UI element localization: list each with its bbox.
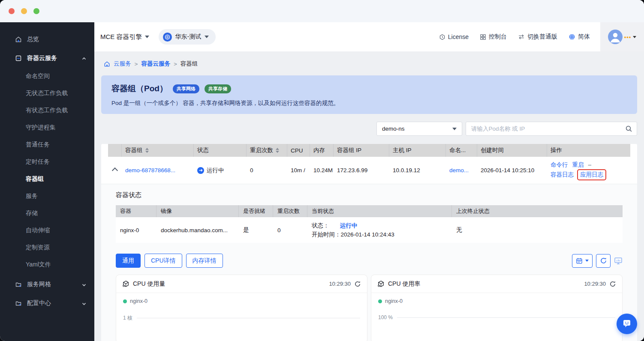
cpu-usage-chart-card: CPU 使用量 10:29:30 nginx-0 <box>116 275 367 341</box>
pod-table-card: 容器组 状态 重启次数 CPU 内存 容器组 IP 主机 IP 命名... 创建… <box>101 144 637 341</box>
resource-cube-icon <box>377 280 385 287</box>
page-body: 云服务 > 容器云服务 > 容器组 容器组（Pod） 共享网络 共享存储 Pod… <box>94 51 644 341</box>
sidebar-item-stateless-workload[interactable]: 无状态工作负载 <box>0 85 94 102</box>
chart-title: CPU 使用量 <box>133 280 165 288</box>
refresh-charts-button[interactable] <box>596 254 611 268</box>
page-title: 容器组（Pod） <box>111 83 168 94</box>
user-menu[interactable]: ••• <box>600 22 644 51</box>
col-memory: 内存 <box>310 144 334 157</box>
language-label: 简体 <box>578 33 590 41</box>
app-log-action[interactable]: 应用日志 <box>580 171 603 178</box>
sidebar-group-config-center[interactable]: 配置中心 <box>0 294 94 313</box>
tab-general[interactable]: 通用 <box>116 254 141 268</box>
home-icon[interactable] <box>104 61 110 67</box>
product-switcher[interactable]: MCE 容器引擎 <box>100 33 149 41</box>
monitor-dashboard-icon[interactable] <box>614 257 623 265</box>
topbar: MCE 容器引擎 华东-测试 License <box>94 22 644 51</box>
time-range-button[interactable] <box>572 254 593 268</box>
sidebar-group-container-cloud[interactable]: 容器云服务 <box>0 49 94 68</box>
license-label: License <box>448 33 469 40</box>
switch-normal-link[interactable]: 切换普通版 <box>518 33 557 41</box>
namespace-select[interactable]: demo-ns <box>376 122 462 136</box>
sidebar-item-service[interactable]: 服务 <box>0 188 94 205</box>
console-link[interactable]: 控制台 <box>480 33 507 41</box>
sidebar-item-daemonset[interactable]: 守护进程集 <box>0 119 94 136</box>
pod-search-input[interactable] <box>471 126 625 132</box>
col-status: 状态 <box>194 144 247 157</box>
chat-bubble-icon <box>621 318 632 329</box>
support-chat-button[interactable] <box>617 314 637 334</box>
pod-search <box>466 122 637 136</box>
legend-item[interactable]: nginx-0 <box>378 298 615 304</box>
chevron-down-icon <box>452 128 457 130</box>
shared-network-badge: 共享网络 <box>173 84 199 93</box>
container-restarts: 0 <box>273 227 307 233</box>
sidebar-submenu: 命名空间 无状态工作负载 有状态工作负载 守护进程集 普通任务 定时任务 容器组… <box>0 68 94 273</box>
col-ready: 是否就绪 <box>239 205 273 217</box>
monitor-tabs: 通用 CPU详情 内存详情 <box>116 254 623 268</box>
close-window-button[interactable] <box>9 8 15 14</box>
terminal-action[interactable]: 命令行 <box>551 162 568 168</box>
cluster-name: 华东-测试 <box>175 33 202 41</box>
language-switcher[interactable]: 简体 <box>569 33 590 41</box>
sidebar-item-pod[interactable]: 容器组 <box>0 170 94 188</box>
chevron-down-icon <box>145 36 149 38</box>
refresh-icon[interactable] <box>354 281 361 287</box>
container-status-table: 容器 镜像 是否就绪 重启次数 当前状态 上次终止状态 nginx-0 dock… <box>116 205 623 243</box>
restart-action[interactable]: 重启 <box>572 162 584 168</box>
search-icon[interactable] <box>625 125 632 132</box>
folder-icon <box>15 281 22 288</box>
pod-created-time: 2026-01-14 10:25:10 <box>477 167 547 173</box>
legend-item[interactable]: nginx-0 <box>123 298 360 304</box>
sidebar-item-yaml[interactable]: Yaml文件 <box>0 256 94 273</box>
gridline <box>137 318 360 318</box>
breadcrumb-root[interactable]: 云服务 <box>114 60 131 68</box>
sidebar-item-storage[interactable]: 存储 <box>0 205 94 222</box>
collapse-row-icon[interactable] <box>112 168 118 173</box>
col-image: 镜像 <box>156 205 239 217</box>
sidebar-item-stateful-workload[interactable]: 有状态工作负载 <box>0 102 94 119</box>
breadcrumb-section[interactable]: 容器云服务 <box>141 60 170 68</box>
avatar <box>608 30 623 44</box>
tab-memory-detail[interactable]: 内存详情 <box>186 254 223 268</box>
sidebar-item-autoscale[interactable]: 自动伸缩 <box>0 222 94 239</box>
filter-row: demo-ns <box>101 122 637 136</box>
sidebar-item-cronjob[interactable]: 定时任务 <box>0 153 94 170</box>
sidebar-item-overview[interactable]: 总览 <box>0 30 94 49</box>
refresh-icon <box>600 257 607 264</box>
container-log-action[interactable]: 容器日志 <box>551 171 574 178</box>
license-link[interactable]: License <box>439 33 469 40</box>
col-host-ip: 主机 IP <box>389 144 446 157</box>
charts-row: CPU 使用量 10:29:30 nginx-0 <box>116 275 623 341</box>
pod-row: demo-687878668... ➜运行中 0 10m / 10.24M 17… <box>108 157 630 184</box>
col-restarts: 重启次数 <box>250 147 273 154</box>
container-image: dockerhub.mandao.com... <box>156 227 239 233</box>
sort-icon[interactable] <box>145 148 149 153</box>
breadcrumb-separator: > <box>174 61 177 67</box>
resource-cube-icon <box>122 280 129 287</box>
product-name: MCE 容器引擎 <box>100 33 142 41</box>
console-label: 控制台 <box>489 33 507 41</box>
window-titlebar <box>0 0 644 22</box>
sort-icon[interactable] <box>276 148 279 153</box>
col-pod-ip: 容器组 IP <box>334 144 389 157</box>
container-status-header: 容器 镜像 是否就绪 重启次数 当前状态 上次终止状态 <box>116 205 623 217</box>
chevron-down-icon <box>205 36 209 38</box>
pod-table: 容器组 状态 重启次数 CPU 内存 容器组 IP 主机 IP 命名... 创建… <box>108 144 630 184</box>
sidebar-item-namespace[interactable]: 命名空间 <box>0 68 94 85</box>
running-status-icon: ➜ <box>197 167 204 174</box>
pod-name-link[interactable]: demo-687878668... <box>125 167 175 173</box>
sidebar-item-job[interactable]: 普通任务 <box>0 136 94 153</box>
pod-namespace-link[interactable]: demo... <box>449 167 469 173</box>
sidebar-item-crd[interactable]: 定制资源 <box>0 239 94 256</box>
sidebar-group-service-mesh[interactable]: 服务网格 <box>0 275 94 294</box>
legend-dot <box>378 299 382 303</box>
col-actions: 操作 <box>547 144 630 157</box>
zoom-window-button[interactable] <box>33 8 39 14</box>
refresh-icon[interactable] <box>609 281 616 287</box>
cluster-selector[interactable]: 华东-测试 <box>159 29 216 45</box>
tab-cpu-detail[interactable]: CPU详情 <box>144 254 182 268</box>
minimize-window-button[interactable] <box>21 8 27 14</box>
chevron-down-icon <box>81 282 87 287</box>
calendar-icon <box>576 257 583 264</box>
